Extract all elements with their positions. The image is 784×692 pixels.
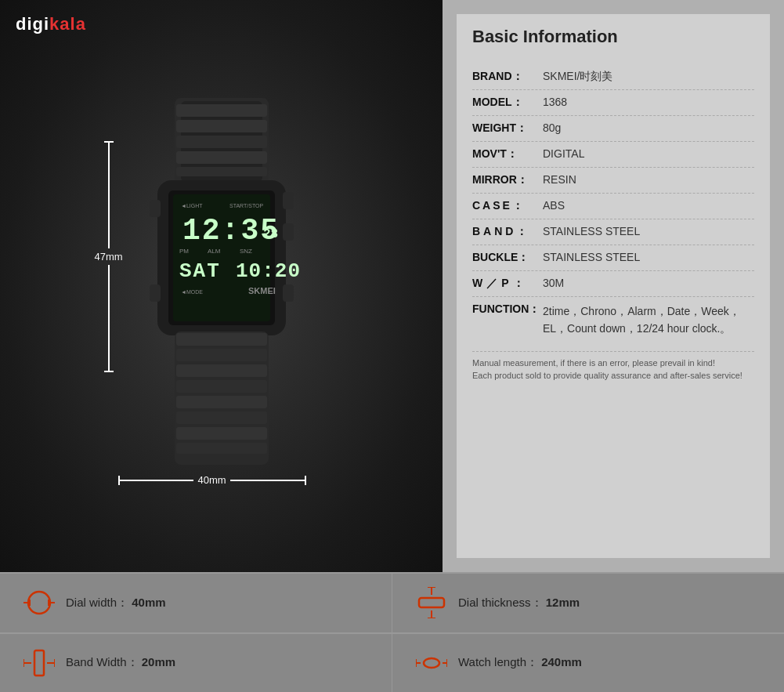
- svg-rect-6: [176, 167, 267, 176]
- info-key-buckle: BUCKLE：: [472, 251, 543, 265]
- svg-point-50: [424, 658, 439, 668]
- svg-rect-2: [176, 104, 267, 117]
- dial-thickness-value: 12mm: [546, 596, 580, 609]
- info-val-model: 1368: [543, 96, 754, 108]
- watch-length-value: 240mm: [541, 655, 582, 668]
- bottom-section: Dial width： 40mm Dial thickness： 12mm: [0, 572, 784, 692]
- info-val-function: 2time，Chrono，Alarm，Date，Week，EL，Count do…: [543, 303, 754, 338]
- watch-area: 47mm: [73, 59, 370, 513]
- dial-thickness-label: Dial thickness： 12mm: [458, 596, 580, 610]
- info-val-movt: DIGITAL: [543, 147, 754, 160]
- info-key-model: MODEL：: [472, 96, 543, 110]
- info-panel: Basic Information BRAND： SKMEI/时刻美 MODEL…: [443, 0, 784, 572]
- info-key-mirror: MIRROR：: [472, 173, 543, 187]
- logo-digi: digi: [16, 14, 49, 34]
- dim-height: 47mm: [95, 141, 123, 372]
- svg-rect-5: [176, 151, 267, 164]
- band-width-text: Band Width：: [66, 655, 139, 668]
- dim-height-label: 47mm: [95, 251, 123, 263]
- watch-length-icon: [416, 647, 447, 679]
- top-section: digikala 47mm: [0, 0, 784, 572]
- svg-text:28: 28: [263, 227, 278, 241]
- info-row-wp: W／P： 30M: [472, 271, 754, 297]
- dial-width-value: 40mm: [132, 596, 165, 609]
- info-row-brand: BRAND： SKMEI/时刻美: [472, 64, 754, 90]
- svg-rect-3: [176, 120, 267, 132]
- svg-text:◄LIGHT: ◄LIGHT: [181, 203, 203, 208]
- info-val-brand: SKMEI/时刻美: [543, 70, 754, 84]
- svg-text:10:20: 10:20: [236, 259, 301, 283]
- info-val-band: STAINLESS STEEL: [543, 225, 754, 237]
- dial-width-label: Dial width： 40mm: [66, 596, 166, 610]
- page-container: digikala 47mm: [0, 0, 784, 692]
- bottom-row-2: Band Width： 20mm Watch length： 240mm: [0, 633, 784, 693]
- svg-text:ALM: ALM: [208, 248, 221, 255]
- watch-svg: ◄LIGHT START/STOP 12:35 28 PM ALM SNZ SA…: [120, 90, 323, 482]
- band-width-icon: [23, 647, 55, 679]
- info-val-case: ABS: [543, 199, 754, 212]
- svg-text:SKMEI: SKMEI: [248, 286, 276, 295]
- svg-rect-29: [176, 364, 267, 377]
- svg-rect-40: [419, 598, 444, 607]
- info-val-mirror: RESIN: [543, 173, 754, 186]
- svg-rect-12: [283, 284, 294, 302]
- info-key-function: FUNCTION：: [472, 303, 543, 338]
- dial-thickness-icon: [416, 587, 447, 618]
- svg-rect-11: [283, 223, 294, 241]
- info-key-weight: WEIGHT：: [472, 121, 543, 136]
- logo-kala: kala: [49, 14, 86, 34]
- watch-panel: digikala 47mm: [0, 0, 443, 572]
- svg-point-35: [28, 592, 50, 614]
- info-row-movt: MOV'T： DIGITAL: [472, 142, 754, 168]
- svg-rect-45: [34, 650, 44, 676]
- info-row-buckle: BUCKLE： STAINLESS STEEL: [472, 245, 754, 271]
- svg-rect-34: [176, 443, 267, 454]
- info-val-buckle: STAINLESS STEEL: [543, 251, 754, 263]
- info-note: Manual measurement, if there is an error…: [472, 351, 754, 382]
- svg-rect-32: [176, 411, 267, 424]
- info-key-movt: MOV'T：: [472, 147, 543, 161]
- spec-watch-length: Watch length： 240mm: [392, 634, 784, 693]
- info-key-case: CASE：: [472, 199, 543, 213]
- dial-thickness-text: Dial thickness：: [458, 596, 543, 609]
- info-key-wp: W／P：: [472, 277, 543, 291]
- svg-rect-30: [176, 380, 267, 393]
- svg-text:◄MODE: ◄MODE: [181, 289, 203, 295]
- svg-text:START/STOP: START/STOP: [229, 203, 264, 208]
- svg-rect-10: [283, 192, 294, 209]
- info-val-wp: 30M: [543, 277, 754, 289]
- svg-rect-8: [150, 200, 161, 217]
- info-card: Basic Information BRAND： SKMEI/时刻美 MODEL…: [457, 14, 770, 558]
- watch-length-label: Watch length： 240mm: [458, 655, 582, 670]
- info-key-brand: BRAND：: [472, 70, 543, 84]
- info-row-case: CASE： ABS: [472, 194, 754, 219]
- info-row-function: FUNCTION： 2time，Chrono，Alarm，Date，Week，E…: [472, 297, 754, 343]
- bottom-row-1: Dial width： 40mm Dial thickness： 12mm: [0, 573, 784, 632]
- spec-dial-thickness: Dial thickness： 12mm: [392, 574, 784, 632]
- info-title: Basic Information: [472, 27, 754, 53]
- dial-width-text: Dial width：: [66, 596, 128, 609]
- svg-rect-27: [176, 333, 267, 346]
- svg-text:SNZ: SNZ: [240, 248, 252, 255]
- dim-width: 40mm: [118, 474, 306, 486]
- info-row-mirror: MIRROR： RESIN: [472, 168, 754, 194]
- svg-rect-28: [176, 349, 267, 361]
- spec-dial-width: Dial width： 40mm: [0, 574, 392, 632]
- svg-rect-31: [176, 396, 267, 408]
- svg-rect-33: [176, 427, 267, 440]
- info-key-band: BAND：: [472, 225, 543, 239]
- svg-text:PM: PM: [179, 248, 189, 255]
- info-panel-bottom-space: [443, 558, 784, 572]
- dim-width-label: 40mm: [197, 474, 226, 486]
- info-row-weight: WEIGHT： 80g: [472, 116, 754, 142]
- svg-text:SAT: SAT: [179, 259, 221, 283]
- watch-length-text: Watch length：: [458, 655, 538, 668]
- brand-logo: digikala: [16, 14, 86, 34]
- band-width-label: Band Width： 20mm: [66, 655, 175, 670]
- svg-rect-4: [176, 136, 267, 148]
- info-row-band: BAND： STAINLESS STEEL: [472, 219, 754, 245]
- info-row-model: MODEL： 1368: [472, 90, 754, 116]
- info-val-weight: 80g: [543, 121, 754, 134]
- svg-rect-9: [150, 284, 161, 302]
- spec-band-width: Band Width： 20mm: [0, 634, 392, 693]
